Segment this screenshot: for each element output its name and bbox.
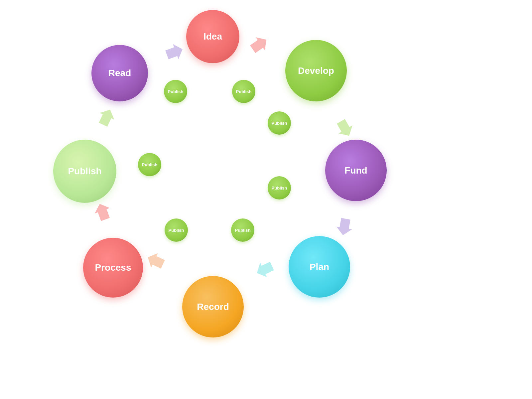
svg-marker-5 bbox=[92, 201, 113, 222]
small-node-4[interactable]: Publish bbox=[268, 176, 291, 200]
small-node-7[interactable]: Publish bbox=[165, 218, 188, 242]
svg-marker-1 bbox=[334, 117, 356, 140]
svg-marker-0 bbox=[248, 33, 271, 56]
node-plan[interactable]: Plan bbox=[289, 236, 350, 298]
svg-marker-6 bbox=[96, 106, 117, 128]
node-read[interactable]: Read bbox=[91, 45, 148, 101]
diagram-container: Idea Develop Fund Plan Record Process Pu… bbox=[0, 0, 532, 399]
node-record[interactable]: Record bbox=[182, 276, 244, 337]
small-node-1[interactable]: Publish bbox=[164, 80, 187, 103]
node-process[interactable]: Process bbox=[83, 238, 143, 298]
svg-marker-7 bbox=[164, 42, 185, 62]
svg-marker-4 bbox=[145, 250, 167, 272]
node-idea[interactable]: Idea bbox=[186, 10, 239, 63]
small-node-3[interactable]: Publish bbox=[268, 111, 291, 135]
node-develop[interactable]: Develop bbox=[285, 40, 347, 101]
small-node-6[interactable]: Publish bbox=[231, 218, 254, 242]
node-publish[interactable]: Publish bbox=[53, 140, 116, 203]
small-node-5[interactable]: Publish bbox=[138, 153, 161, 176]
svg-marker-3 bbox=[254, 259, 276, 280]
svg-marker-2 bbox=[335, 217, 354, 237]
node-fund[interactable]: Fund bbox=[325, 140, 387, 201]
small-node-2[interactable]: Publish bbox=[232, 80, 255, 103]
